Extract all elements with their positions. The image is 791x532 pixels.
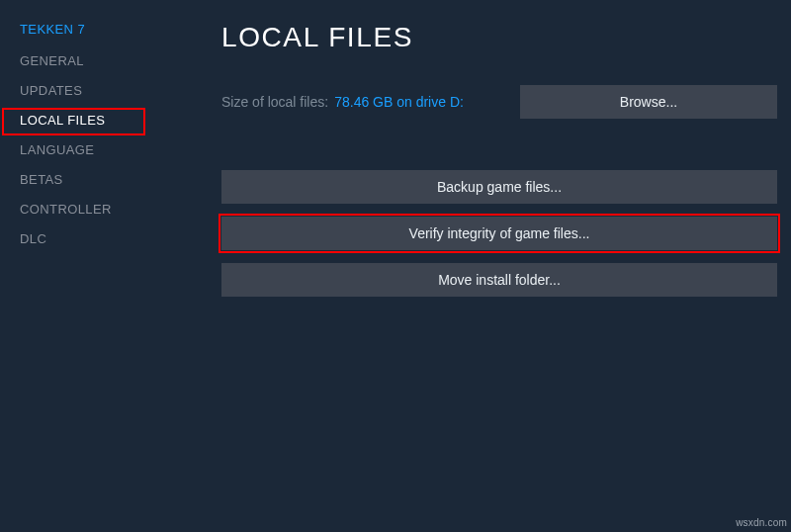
- sidebar-item-updates[interactable]: UPDATES: [20, 83, 166, 98]
- move-wrapper: Move install folder...: [221, 263, 777, 297]
- browse-button[interactable]: Browse...: [520, 85, 777, 119]
- size-label: Size of local files:: [221, 94, 328, 110]
- verify-wrapper: Verify integrity of game files...: [221, 217, 777, 250]
- size-value: 78.46 GB on drive D:: [334, 94, 464, 110]
- backup-wrapper: Backup game files...: [221, 170, 777, 204]
- sidebar-item-dlc[interactable]: DLC: [20, 231, 166, 246]
- action-button-list: Backup game files... Verify integrity of…: [221, 170, 777, 297]
- sidebar-item-betas[interactable]: BETAS: [20, 172, 166, 187]
- verify-integrity-button[interactable]: Verify integrity of game files...: [221, 217, 777, 250]
- main-panel: LOCAL FILES Size of local files: 78.46 G…: [166, 0, 791, 532]
- backup-game-files-button[interactable]: Backup game files...: [221, 170, 777, 204]
- sidebar-item-language[interactable]: LANGUAGE: [20, 142, 166, 157]
- watermark: wsxdn.com: [736, 517, 787, 528]
- move-install-folder-button[interactable]: Move install folder...: [221, 263, 777, 297]
- page-title: LOCAL FILES: [221, 22, 777, 53]
- sidebar-item-local-files-wrapper: LOCAL FILES: [20, 113, 166, 128]
- local-files-size-row: Size of local files: 78.46 GB on drive D…: [221, 85, 777, 119]
- sidebar-item-controller[interactable]: CONTROLLER: [20, 202, 166, 217]
- sidebar-item-general[interactable]: GENERAL: [20, 53, 166, 68]
- settings-sidebar: TEKKEN 7 GENERAL UPDATES LOCAL FILES LAN…: [0, 0, 166, 532]
- sidebar-item-local-files[interactable]: LOCAL FILES: [20, 113, 166, 128]
- game-title: TEKKEN 7: [20, 22, 166, 39]
